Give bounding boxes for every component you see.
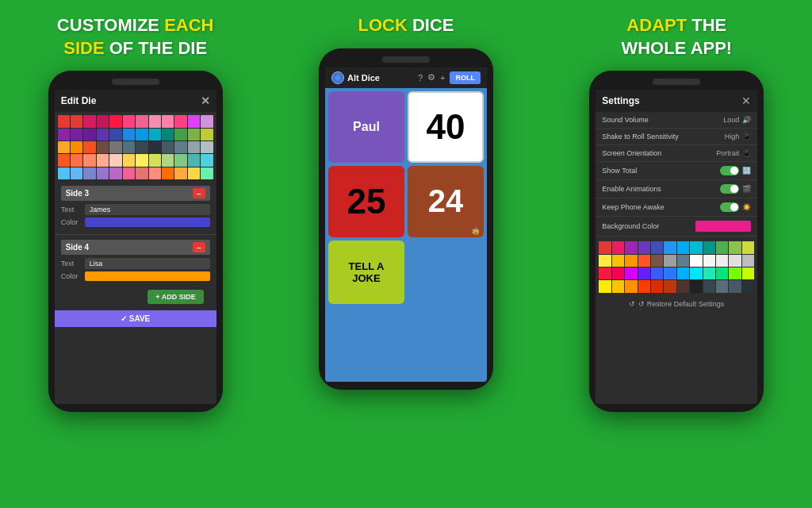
- color-cell[interactable]: [201, 115, 213, 127]
- color-cell[interactable]: [58, 129, 70, 140]
- settings-color-cell[interactable]: [716, 267, 728, 279]
- color-cell[interactable]: [136, 129, 147, 140]
- side4-text-value[interactable]: Lisa: [85, 258, 210, 269]
- color-cell[interactable]: [174, 129, 186, 140]
- settings-color-cell[interactable]: [599, 280, 611, 292]
- color-cell[interactable]: [97, 129, 109, 140]
- color-cell[interactable]: [71, 129, 82, 140]
- color-cell[interactable]: [109, 141, 121, 153]
- settings-color-cell[interactable]: [742, 241, 754, 253]
- settings-color-cell[interactable]: [651, 267, 663, 279]
- color-cell[interactable]: [174, 141, 186, 153]
- color-cell[interactable]: [201, 129, 213, 140]
- show-total-toggle[interactable]: [720, 166, 739, 175]
- color-cell[interactable]: [188, 141, 200, 153]
- settings-color-cell[interactable]: [625, 241, 637, 253]
- color-cell[interactable]: [188, 167, 200, 179]
- settings-color-cell[interactable]: [690, 267, 702, 279]
- settings-color-cell[interactable]: [625, 280, 637, 292]
- settings-color-cell[interactable]: [638, 241, 650, 253]
- settings-color-cell[interactable]: [729, 255, 741, 267]
- color-cell[interactable]: [136, 154, 147, 166]
- color-cell[interactable]: [162, 141, 174, 153]
- settings-color-cell[interactable]: [742, 255, 754, 267]
- settings-color-cell[interactable]: [664, 280, 676, 292]
- color-cell[interactable]: [58, 167, 70, 179]
- settings-color-cell[interactable]: [677, 255, 689, 267]
- settings-color-cell[interactable]: [612, 241, 624, 253]
- settings-color-cell[interactable]: [625, 255, 637, 267]
- color-cell[interactable]: [201, 141, 213, 153]
- color-cell[interactable]: [71, 167, 82, 179]
- roll-button[interactable]: ROLL: [450, 71, 481, 84]
- dice-tile-25[interactable]: 25: [328, 166, 404, 237]
- color-cell[interactable]: [83, 167, 95, 179]
- color-cell[interactable]: [123, 129, 135, 140]
- settings-color-cell[interactable]: [638, 267, 650, 279]
- color-cell[interactable]: [188, 129, 200, 140]
- color-cell[interactable]: [123, 141, 135, 153]
- color-cell[interactable]: [188, 154, 200, 166]
- color-cell[interactable]: [58, 154, 70, 166]
- settings-close-button[interactable]: ✕: [741, 94, 751, 107]
- color-cell[interactable]: [71, 115, 82, 127]
- settings-color-cell[interactable]: [651, 255, 663, 267]
- settings-color-cell[interactable]: [664, 255, 676, 267]
- color-cell[interactable]: [71, 141, 82, 153]
- side3-text-value[interactable]: James: [85, 204, 210, 215]
- settings-color-cell[interactable]: [690, 280, 702, 292]
- color-cell[interactable]: [136, 167, 147, 179]
- side4-remove-button[interactable]: –: [193, 242, 205, 252]
- settings-color-cell[interactable]: [716, 280, 728, 292]
- settings-color-cell[interactable]: [677, 241, 689, 253]
- color-cell[interactable]: [123, 167, 135, 179]
- color-cell[interactable]: [97, 141, 109, 153]
- settings-color-cell[interactable]: [690, 255, 702, 267]
- add-icon[interactable]: +: [440, 73, 445, 83]
- color-cell[interactable]: [109, 115, 121, 127]
- color-cell[interactable]: [174, 167, 186, 179]
- color-cell[interactable]: [201, 167, 213, 179]
- save-button[interactable]: ✓ SAVE: [121, 314, 150, 323]
- side3-remove-button[interactable]: –: [193, 188, 205, 198]
- color-cell[interactable]: [162, 167, 174, 179]
- color-cell[interactable]: [174, 154, 186, 166]
- settings-color-cell[interactable]: [638, 255, 650, 267]
- settings-color-cell[interactable]: [729, 267, 741, 279]
- restore-button[interactable]: ↺ ↺ Restore Default Settings: [596, 296, 757, 312]
- settings-color-cell[interactable]: [716, 255, 728, 267]
- add-side-button[interactable]: + ADD SIDE: [147, 290, 203, 304]
- settings-icon[interactable]: ⚙: [427, 72, 435, 83]
- dice-tile-paul[interactable]: Paul: [328, 91, 404, 163]
- color-cell[interactable]: [109, 167, 121, 179]
- help-icon[interactable]: ?: [418, 73, 423, 83]
- color-cell[interactable]: [109, 129, 121, 140]
- color-cell[interactable]: [174, 115, 186, 127]
- color-cell[interactable]: [136, 141, 147, 153]
- settings-color-cell[interactable]: [625, 267, 637, 279]
- color-cell[interactable]: [201, 154, 213, 166]
- color-cell[interactable]: [162, 154, 174, 166]
- color-cell[interactable]: [149, 129, 161, 140]
- settings-color-cell[interactable]: [716, 241, 728, 253]
- settings-color-cell[interactable]: [729, 241, 741, 253]
- settings-color-cell[interactable]: [651, 280, 663, 292]
- settings-color-cell[interactable]: [612, 255, 624, 267]
- settings-color-cell[interactable]: [690, 241, 702, 253]
- settings-color-cell[interactable]: [729, 280, 741, 292]
- settings-color-cell[interactable]: [703, 241, 715, 253]
- color-cell[interactable]: [162, 115, 174, 127]
- settings-color-cell[interactable]: [599, 267, 611, 279]
- settings-color-cell[interactable]: [742, 267, 754, 279]
- settings-color-cell[interactable]: [612, 267, 624, 279]
- color-cell[interactable]: [136, 115, 147, 127]
- color-cell[interactable]: [149, 115, 161, 127]
- dice-tile-joke[interactable]: TELL AJOKE: [328, 241, 404, 304]
- settings-color-cell[interactable]: [599, 255, 611, 267]
- color-cell[interactable]: [58, 115, 70, 127]
- color-cell[interactable]: [123, 115, 135, 127]
- settings-color-cell[interactable]: [664, 241, 676, 253]
- color-cell[interactable]: [123, 154, 135, 166]
- side3-color-bar[interactable]: [85, 217, 210, 227]
- color-cell[interactable]: [188, 115, 200, 127]
